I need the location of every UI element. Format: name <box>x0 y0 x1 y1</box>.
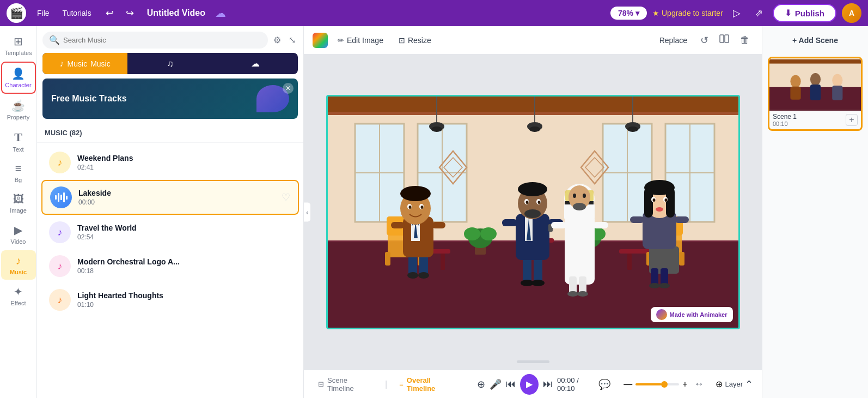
sidebar-templates-label: Templates <box>4 50 32 56</box>
layer-stack-icon: ⊕ <box>716 379 723 389</box>
add-to-scene-button[interactable]: + <box>846 114 858 126</box>
left-sidebar: ⊞ Templates 👤 Character ☕ Property T Tex… <box>0 26 37 398</box>
svg-point-24 <box>431 126 442 132</box>
tab-overall-timeline[interactable]: ≡ Overall Timeline <box>394 374 464 395</box>
sidebar-item-property[interactable]: ☕ Property <box>1 95 36 125</box>
sidebar-item-text[interactable]: T Text <box>1 126 36 157</box>
list-item[interactable]: Lakeside 00:00 ♡ <box>41 180 299 215</box>
next-button[interactable]: ⏭ <box>543 378 553 390</box>
free-music-banner[interactable]: Free Music Tracks ✕ <box>42 79 298 119</box>
user-avatar[interactable]: A <box>842 3 861 23</box>
tab-sfx[interactable]: ♫ <box>127 53 212 74</box>
captions-button[interactable]: 💬 <box>598 378 610 390</box>
play-pause-button[interactable]: ▶ <box>520 374 539 395</box>
tab-music[interactable]: ♪ Music Music <box>42 53 127 74</box>
preview-button[interactable]: ▷ <box>729 5 745 21</box>
templates-icon: ⊞ <box>14 35 23 48</box>
list-item[interactable]: ♪ Modern Orchestral Logo A... 00:18 <box>41 250 299 282</box>
list-item[interactable]: ♪ Light Hearted Thoughts 01:10 <box>41 284 299 316</box>
search-input[interactable] <box>63 36 261 44</box>
sidebar-effect-label: Effect <box>11 300 26 306</box>
svg-rect-0 <box>720 35 724 43</box>
zoom-canvas-button[interactable]: ⊕ <box>477 378 485 390</box>
canvas-frame[interactable]: Made with Animaker <box>326 95 740 329</box>
play-controls: ⊕ 🎤 ⏮ ▶ ⏭ 00:00 / 00:10 💬 <box>477 374 610 395</box>
nav-file[interactable]: File <box>32 5 55 21</box>
replace-action[interactable]: Replace <box>654 33 693 48</box>
svg-rect-137 <box>832 86 842 100</box>
svg-point-123 <box>664 198 667 202</box>
svg-point-55 <box>464 227 480 240</box>
heart-button-2[interactable]: ♡ <box>282 191 290 203</box>
scene-1-thumbnail[interactable]: Scene 1 00:10 + <box>768 57 863 131</box>
zoom-control[interactable]: 78% ▾ <box>610 7 647 20</box>
svg-rect-135 <box>810 85 821 100</box>
list-item[interactable]: ♪ Weekend Plans 02:41 <box>41 146 299 179</box>
tab-upload[interactable]: ☁ <box>213 53 298 74</box>
app-logo[interactable]: 🎬 <box>7 3 26 23</box>
banner-close-button[interactable]: ✕ <box>283 83 294 94</box>
sidebar-item-bg[interactable]: ≡ Bg <box>1 158 36 188</box>
collapse-panel-button[interactable]: ‹ <box>304 202 311 222</box>
resize-button[interactable]: ⊡ Resize <box>393 33 437 48</box>
undo-button[interactable]: ↩ <box>102 5 117 21</box>
svg-rect-47 <box>385 252 390 266</box>
download-icon: ⬇ <box>785 8 792 18</box>
track-icon-3: ♪ <box>49 221 71 243</box>
prev-button[interactable]: ⏮ <box>506 378 516 390</box>
svg-rect-1 <box>725 35 729 43</box>
tab-scene-timeline[interactable]: ⊟ Scene Timeline <box>313 374 378 395</box>
svg-rect-130 <box>769 59 861 64</box>
svg-rect-105 <box>551 222 566 228</box>
sidebar-item-image[interactable]: 🖼 Image <box>1 189 36 218</box>
sidebar-item-character[interactable]: 👤 Character <box>1 62 36 94</box>
delete-button[interactable]: 🗑 <box>737 32 753 48</box>
track-info-3: Travel the World 02:54 <box>77 224 291 241</box>
track-info-2: Lakeside 00:00 <box>78 189 275 206</box>
upgrade-button[interactable]: ★ Upgrade to starter <box>652 9 723 17</box>
track-icon-4: ♪ <box>49 255 71 277</box>
volume-track[interactable] <box>635 383 679 385</box>
pencil-icon: ✏ <box>338 36 344 45</box>
svg-point-110 <box>577 291 588 297</box>
publish-button[interactable]: ⬇ Publish <box>773 4 836 22</box>
svg-rect-2 <box>328 97 740 113</box>
list-item[interactable]: ♪ Travel the World 02:54 <box>41 216 299 249</box>
redo-button[interactable]: ↪ <box>123 5 137 21</box>
svg-rect-119 <box>666 188 675 218</box>
track-duration-3: 02:54 <box>77 233 291 241</box>
svg-rect-114 <box>630 216 644 223</box>
svg-point-136 <box>832 74 842 87</box>
property-icon: ☕ <box>11 99 25 112</box>
volume-thumb[interactable] <box>661 381 668 388</box>
filter-button[interactable]: ⚙ <box>271 33 283 47</box>
scene-interior-preview <box>769 58 861 111</box>
mic-button[interactable]: 🎤 <box>490 378 502 390</box>
volume-max-icon: + <box>682 379 687 389</box>
svg-rect-38 <box>441 254 445 270</box>
scene-svg <box>328 97 740 329</box>
sidebar-item-effect[interactable]: ✦ Effect <box>1 281 36 311</box>
collapse-timeline-button[interactable]: ⌃ <box>745 378 753 390</box>
canvas-viewport: ‹ <box>304 55 762 370</box>
track-duration-2: 00:00 <box>78 198 275 206</box>
refresh-button[interactable]: ↺ <box>697 32 712 49</box>
sidebar-item-music[interactable]: ♪ Music <box>1 250 36 280</box>
nav-tutorials[interactable]: Tutorials <box>57 5 97 21</box>
overall-timeline-icon: ≡ <box>399 380 404 388</box>
music-panel: 🔍 ⚙ ⤡ ♪ Music Music ♫ ☁ Free Music Track… <box>37 26 304 398</box>
split-button[interactable] <box>716 32 732 49</box>
add-scene-button[interactable]: + Add Scene <box>768 32 863 49</box>
sidebar-item-video[interactable]: ▶ Video <box>1 219 36 249</box>
sidebar-item-templates[interactable]: ⊞ Templates <box>1 31 36 61</box>
share-button[interactable]: ⇗ <box>750 5 767 21</box>
expand-arrows-button[interactable]: ↔ <box>694 378 704 390</box>
expand-panel-button[interactable]: ⤡ <box>286 33 298 47</box>
cloud-save-icon: ☁ <box>215 7 226 20</box>
color-swatch[interactable] <box>313 33 328 48</box>
sidebar-video-label: Video <box>11 238 26 245</box>
track-title-2: Lakeside <box>78 189 275 197</box>
music-list: ♪ Weekend Plans 02:41 <box>37 143 303 398</box>
bg-icon: ≡ <box>15 162 22 175</box>
edit-image-button[interactable]: ✏ Edit Image <box>332 33 389 48</box>
